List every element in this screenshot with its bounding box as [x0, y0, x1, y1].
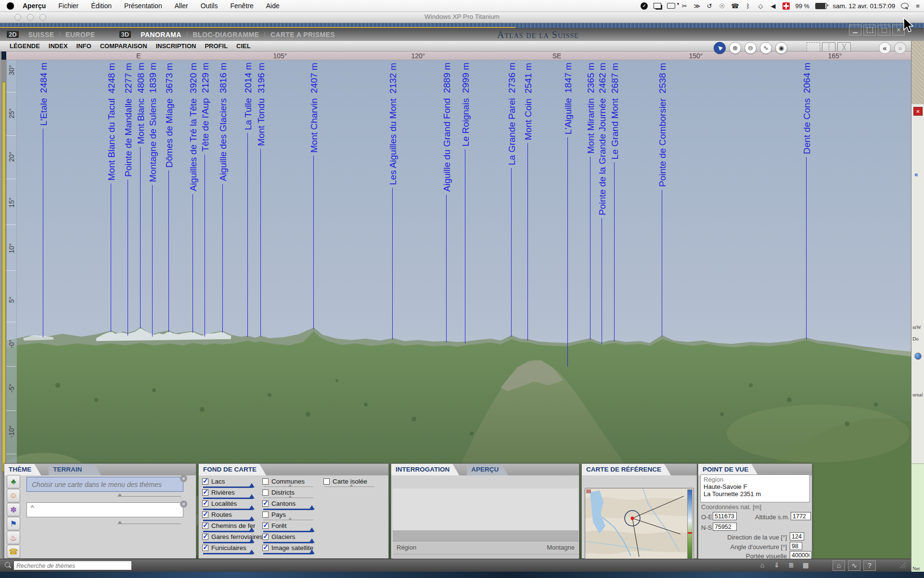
altitude-field[interactable]: [791, 512, 811, 520]
notification-center-icon[interactable]: ≡: [914, 2, 921, 10]
theme-select-input[interactable]: [27, 480, 177, 489]
checkbox[interactable]: [262, 478, 269, 485]
checkbox[interactable]: [202, 523, 208, 529]
theme-population-icon[interactable]: ☺: [7, 489, 20, 502]
layer-opacity-slider[interactable]: [203, 520, 253, 521]
mode-3d-badge[interactable]: 3D: [119, 31, 131, 38]
checkbox[interactable]: [202, 545, 208, 551]
phone-icon[interactable]: ☎: [731, 2, 739, 10]
menu-outils[interactable]: Outils: [201, 2, 218, 10]
time-machine-icon[interactable]: ↺: [706, 2, 713, 10]
input-flag-icon[interactable]: [783, 2, 790, 10]
layer-opacity-slider[interactable]: [263, 520, 313, 520]
wifi-icon[interactable]: ◇: [757, 2, 764, 10]
mode-2d-badge[interactable]: 2D: [7, 31, 19, 38]
tab-suisse[interactable]: SUISSE: [28, 31, 54, 39]
direction-field[interactable]: [790, 532, 804, 540]
tab-panorama[interactable]: PANORAMA: [141, 31, 181, 39]
menu-aller[interactable]: Aller: [175, 2, 188, 10]
secondary-transparency-slider[interactable]: [121, 524, 181, 524]
layer-opacity-slider[interactable]: [263, 498, 313, 498]
restore-window-button[interactable]: [863, 25, 876, 36]
minimize-window-button[interactable]: [849, 25, 861, 36]
spotlight-icon[interactable]: [901, 3, 909, 9]
clear-secondary-button[interactable]: ✕: [180, 500, 187, 508]
forward-chevrons-button[interactable]: »: [894, 42, 906, 54]
checkbox[interactable]: [262, 512, 269, 518]
menu-apercu[interactable]: Aperçu: [23, 2, 46, 10]
checkbox[interactable]: [262, 489, 269, 496]
layer-opacity-slider[interactable]: [263, 509, 313, 510]
print-button[interactable]: ≣: [785, 560, 797, 570]
layer-opacity-slider[interactable]: [203, 498, 253, 499]
layer-opacity-slider[interactable]: [203, 553, 253, 554]
display-icon[interactable]: [667, 3, 675, 9]
menu-presentation[interactable]: Présentation: [124, 2, 162, 10]
layer-opacity-slider[interactable]: [203, 509, 253, 510]
scissors-icon[interactable]: ✂: [681, 2, 688, 10]
layer-opacity-slider[interactable]: [263, 531, 313, 532]
tab-carte-a-prismes[interactable]: CARTE A PRISMES: [270, 31, 335, 39]
ouverture-field[interactable]: [790, 542, 802, 550]
theme-tourism-icon[interactable]: ☎: [7, 545, 20, 558]
status-check-icon[interactable]: ✓: [641, 2, 648, 10]
tab-terrain[interactable]: TERRAIN: [49, 464, 101, 475]
tab-point-de-vue[interactable]: POINT DE VUE: [698, 464, 758, 475]
maximize-window-button[interactable]: [878, 25, 890, 36]
theme-nature-icon[interactable]: ♣: [7, 475, 20, 488]
link-button[interactable]: ∿: [848, 560, 860, 571]
fast-forward-icon[interactable]: ≫: [693, 2, 700, 10]
overlay-view-button[interactable]: ╳: [837, 42, 851, 52]
home-button[interactable]: ⌂: [757, 560, 768, 570]
theme-search-input[interactable]: [14, 562, 131, 570]
pan-profile-icon[interactable]: ∿: [760, 42, 772, 54]
menu-info[interactable]: INFO: [77, 42, 91, 50]
menu-index[interactable]: INDEX: [49, 42, 68, 50]
checkbox[interactable]: [323, 478, 330, 485]
zoom-in-icon[interactable]: ⊕: [729, 42, 741, 54]
layer-opacity-slider[interactable]: [324, 486, 374, 487]
checkbox[interactable]: [202, 489, 208, 496]
menu-ciel[interactable]: CIEL: [236, 42, 251, 50]
checkbox[interactable]: [202, 534, 208, 540]
menu-profil[interactable]: PROFIL: [205, 42, 228, 50]
tab-europe[interactable]: EUROPE: [65, 31, 95, 39]
accessibility-icon[interactable]: ☉: [719, 2, 725, 10]
tab-apercu[interactable]: APERÇU: [467, 464, 508, 475]
back-chevrons-button[interactable]: «: [879, 42, 891, 54]
menu-aide[interactable]: Aide: [266, 2, 280, 10]
split-view-button[interactable]: [822, 42, 835, 52]
window-home-button[interactable]: ⌂: [833, 560, 845, 571]
viewpoint-eye-icon[interactable]: ◉: [775, 42, 787, 54]
help-button[interactable]: ?: [863, 560, 876, 571]
checkbox[interactable]: [262, 523, 269, 529]
background-close-icon[interactable]: ✕: [913, 107, 923, 116]
checkbox[interactable]: [262, 500, 269, 507]
bluetooth-icon[interactable]: ᛒ: [745, 2, 752, 10]
apple-menu-icon[interactable]: [7, 2, 14, 10]
theme-transparency-slider[interactable]: [121, 496, 181, 497]
theme-secondary-box[interactable]: ^: [26, 502, 183, 517]
theme-state-icon[interactable]: ⚑: [7, 517, 20, 530]
checkbox[interactable]: [262, 545, 269, 551]
layer-opacity-slider[interactable]: [203, 542, 253, 543]
portee-field[interactable]: [790, 551, 811, 559]
clear-theme-button[interactable]: ✕: [180, 475, 187, 482]
layer-opacity-slider[interactable]: [263, 486, 313, 487]
duplicate-icon[interactable]: [654, 3, 661, 9]
tab-interrogation[interactable]: INTERROGATION: [391, 464, 459, 475]
checkbox[interactable]: [202, 500, 208, 507]
zoom-out-icon[interactable]: ⊖: [744, 42, 757, 54]
tab-fond-de-carte[interactable]: FOND DE CARTE: [199, 464, 266, 475]
elevation-scrollbar-thumb[interactable]: [2, 82, 6, 472]
snapshot-button[interactable]: ▦: [800, 560, 811, 570]
pointer-tool-icon[interactable]: ▶: [714, 42, 726, 54]
single-view-button[interactable]: [807, 42, 820, 52]
reference-map[interactable]: [585, 488, 694, 560]
checkbox[interactable]: [262, 534, 269, 540]
export-page-button[interactable]: ⇓: [771, 560, 783, 570]
checkbox[interactable]: [202, 512, 208, 518]
menu-inscription[interactable]: INSCRIPTION: [156, 42, 196, 50]
menu-edition[interactable]: Édition: [91, 2, 112, 10]
theme-transport-icon[interactable]: ♨: [7, 531, 20, 544]
